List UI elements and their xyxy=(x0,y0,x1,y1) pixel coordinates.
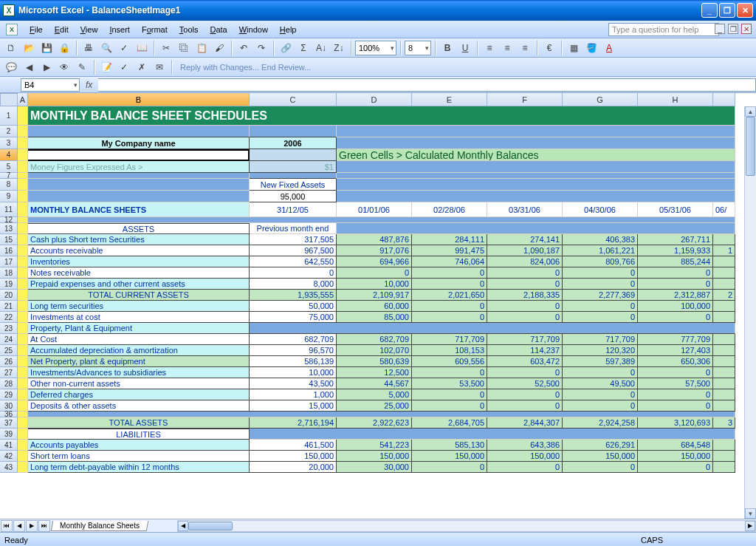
data-cell[interactable]: 3,120,693 xyxy=(638,417,713,429)
cell[interactable] xyxy=(18,356,28,367)
data-cell[interactable] xyxy=(713,312,735,323)
data-cell[interactable]: 0 xyxy=(412,267,487,279)
data-cell[interactable]: 0 xyxy=(487,462,563,473)
row-label[interactable]: Accounts payables xyxy=(28,440,250,451)
data-cell[interactable]: 44,567 xyxy=(337,378,412,389)
data-cell[interactable]: 150,000 xyxy=(638,451,713,462)
data-cell[interactable]: 2,922,623 xyxy=(337,417,412,429)
data-cell[interactable]: 885,244 xyxy=(638,256,713,267)
data-cell[interactable]: 0 xyxy=(638,462,713,473)
data-cell[interactable]: 650,306 xyxy=(638,356,713,367)
scroll-up-icon[interactable]: ▲ xyxy=(745,106,756,117)
data-cell[interactable]: 2,716,194 xyxy=(250,417,337,429)
data-cell[interactable]: 0 xyxy=(563,400,638,412)
data-cell[interactable]: 49,500 xyxy=(563,378,638,389)
fontsize-combo[interactable]: 8 xyxy=(405,41,431,55)
accept-icon[interactable]: ✓ xyxy=(116,59,132,75)
data-cell[interactable]: 150,000 xyxy=(250,451,337,462)
cell[interactable] xyxy=(28,126,250,137)
active-cell[interactable] xyxy=(28,149,250,161)
show-comment-icon[interactable]: 💬 xyxy=(3,59,19,75)
data-cell[interactable]: 603,472 xyxy=(487,356,563,367)
column-header[interactable]: G xyxy=(563,93,638,106)
data-cell[interactable]: 53,500 xyxy=(412,378,487,389)
money-value[interactable]: $1 xyxy=(250,161,337,173)
doc-restore-button[interactable]: ❐ xyxy=(728,24,738,34)
cell[interactable] xyxy=(18,417,28,429)
data-cell[interactable] xyxy=(713,400,735,412)
tab-last-icon[interactable]: ⏭ xyxy=(38,520,50,532)
data-cell[interactable]: 150,000 xyxy=(412,451,487,462)
column-header[interactable]: A xyxy=(18,93,28,106)
cell[interactable] xyxy=(250,429,735,440)
data-cell[interactable]: 991,475 xyxy=(412,245,487,256)
data-cell[interactable]: 317,505 xyxy=(250,234,337,245)
row-label[interactable]: Investments/Advances to subsidiaries xyxy=(28,367,250,378)
data-cell[interactable]: 809,766 xyxy=(563,256,638,267)
row-header[interactable]: 24 xyxy=(0,334,18,345)
row-label[interactable]: Other non-current assets xyxy=(28,378,250,389)
data-cell[interactable] xyxy=(713,356,735,367)
row-header[interactable]: 23 xyxy=(0,323,18,334)
monthly-balance-sheets-label[interactable]: MONTHLY BALANCE SHEETS xyxy=(28,202,250,217)
data-cell[interactable]: 777,709 xyxy=(638,334,713,345)
sort-desc-icon[interactable]: Z↓ xyxy=(331,40,347,56)
menu-tools[interactable]: Tools xyxy=(173,23,205,36)
data-cell[interactable] xyxy=(713,440,735,451)
cell[interactable] xyxy=(28,173,250,179)
row-label[interactable]: Inventories xyxy=(28,256,250,267)
sheet-tab[interactable]: Monthly Balance Sheets xyxy=(51,521,148,531)
data-cell[interactable]: 108,153 xyxy=(412,345,487,356)
data-cell[interactable]: 0 xyxy=(563,267,638,279)
data-cell[interactable]: 642,550 xyxy=(250,256,337,267)
data-cell[interactable]: 267,711 xyxy=(638,234,713,245)
date-col[interactable]: 02/28/06 xyxy=(412,202,487,217)
row-header[interactable]: 19 xyxy=(0,279,18,290)
data-cell[interactable]: 0 xyxy=(563,389,638,400)
help-input[interactable] xyxy=(608,23,719,36)
row-header[interactable]: 29 xyxy=(0,389,18,400)
row-label[interactable]: Investments at cost xyxy=(28,312,250,323)
data-cell[interactable]: 0 xyxy=(412,389,487,400)
data-cell[interactable]: 100,000 xyxy=(638,301,713,312)
money-label[interactable]: Money Figures Expressed As > xyxy=(28,161,250,173)
data-cell[interactable]: 684,548 xyxy=(638,440,713,451)
data-cell[interactable]: 609,556 xyxy=(412,356,487,367)
cell[interactable] xyxy=(18,334,28,345)
liabilities-header[interactable]: LIABILITIES xyxy=(28,429,250,440)
data-cell[interactable]: 0 xyxy=(250,267,337,279)
data-cell[interactable]: 746,064 xyxy=(412,256,487,267)
bold-icon[interactable]: B xyxy=(439,40,456,56)
row-header[interactable]: 11 xyxy=(0,202,18,217)
hscroll-thumb[interactable] xyxy=(188,522,233,530)
row-label[interactable]: Long term securities xyxy=(28,301,250,312)
data-cell[interactable]: 0 xyxy=(638,279,713,290)
menu-insert[interactable]: Insert xyxy=(103,23,136,36)
hyperlink-icon[interactable]: 🔗 xyxy=(278,40,294,56)
data-cell[interactable]: 586,139 xyxy=(250,356,337,367)
copy-icon[interactable]: ⿻ xyxy=(176,40,192,56)
data-cell[interactable]: 50,000 xyxy=(250,301,337,312)
data-cell[interactable] xyxy=(713,451,735,462)
row-header[interactable]: 13 xyxy=(0,223,18,234)
spell-icon[interactable]: ✓ xyxy=(116,40,132,56)
fx-icon[interactable]: fx xyxy=(86,80,92,90)
data-cell[interactable]: 284,111 xyxy=(412,234,487,245)
minimize-button[interactable]: _ xyxy=(701,3,718,18)
data-cell[interactable]: 127,403 xyxy=(638,345,713,356)
cell[interactable] xyxy=(28,217,735,223)
cell[interactable] xyxy=(18,323,28,334)
row-header[interactable]: 9 xyxy=(0,191,18,202)
cell[interactable] xyxy=(18,106,28,126)
menu-window[interactable]: Window xyxy=(233,23,274,36)
data-cell[interactable]: 0 xyxy=(638,312,713,323)
horizontal-scrollbar[interactable]: ◀ ▶ xyxy=(177,520,756,532)
column-header[interactable] xyxy=(713,93,735,106)
scroll-left-icon[interactable]: ◀ xyxy=(178,521,188,531)
cell[interactable] xyxy=(18,161,28,173)
row-header[interactable]: 22 xyxy=(0,312,18,323)
doc-minimize-button[interactable]: _ xyxy=(715,24,725,34)
send-icon[interactable]: ✉ xyxy=(151,59,168,75)
column-header[interactable]: D xyxy=(337,93,412,106)
cell[interactable] xyxy=(18,301,28,312)
